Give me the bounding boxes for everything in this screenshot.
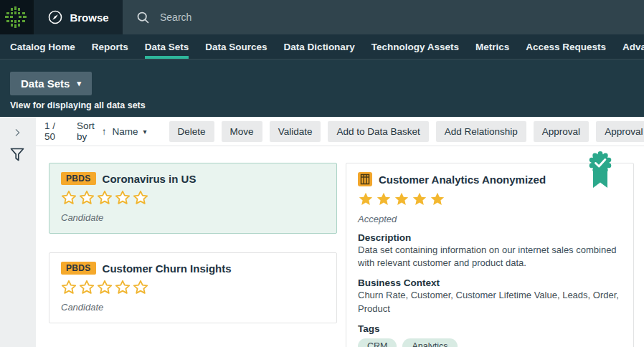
description-section: Description Data set containing informat… xyxy=(358,232,622,270)
rating-stars[interactable] xyxy=(61,280,325,295)
data-set-icon xyxy=(358,172,372,186)
status-label: Candidate xyxy=(61,212,325,223)
dataset-card-coronavirus[interactable]: PBDS Coronavirus in US Candidate xyxy=(49,163,337,234)
asset-type-badge: PBDS xyxy=(61,262,96,275)
business-context-section: Business Context Churn Rate, Customer, C… xyxy=(358,277,622,315)
results-toolbar: 1 / 50 Sort by ↑ Name ▾ Delete Move Vali… xyxy=(36,117,644,146)
star-icon xyxy=(61,280,77,295)
sort-by-label: Sort by xyxy=(77,120,95,142)
toolbar-buttons: Delete Move Validate Add to Data Basket … xyxy=(169,121,644,142)
star-icon xyxy=(79,280,95,295)
cards-column-left: PBDS Coronavirus in US Candidate PBDS Cu… xyxy=(49,163,337,347)
catalog-nav: Catalog Home Reports Data Sets Data Sour… xyxy=(0,34,644,60)
sort-field-dropdown[interactable]: Name ▾ xyxy=(113,126,147,137)
chevron-down-icon: ▾ xyxy=(143,128,147,136)
dataset-title[interactable]: Coronavirus in US xyxy=(103,173,196,185)
nav-metrics[interactable]: Metrics xyxy=(475,34,509,59)
browse-button[interactable]: Browse xyxy=(34,0,123,34)
logo-icon xyxy=(5,6,27,28)
delete-button[interactable]: Delete xyxy=(169,121,214,142)
star-icon xyxy=(358,191,374,207)
certified-ribbon-icon xyxy=(586,151,615,194)
star-icon xyxy=(412,191,427,207)
nav-catalog-home[interactable]: Catalog Home xyxy=(10,34,75,59)
star-icon xyxy=(376,191,392,207)
nav-data-sets[interactable]: Data Sets xyxy=(145,34,189,59)
star-icon xyxy=(133,190,148,206)
star-icon xyxy=(133,280,148,295)
approval-button-2[interactable]: Approval xyxy=(596,121,644,142)
tag-pill[interactable]: CRM xyxy=(358,338,397,347)
browse-label: Browse xyxy=(70,11,108,24)
compass-icon xyxy=(47,9,63,25)
star-icon xyxy=(115,280,131,295)
search-input[interactable] xyxy=(160,11,447,23)
content-area: 1 / 50 Sort by ↑ Name ▾ Delete Move Vali… xyxy=(0,117,644,347)
main-panel: 1 / 50 Sort by ↑ Name ▾ Delete Move Vali… xyxy=(36,117,644,347)
tags-section: Tags CRM Analytics xyxy=(358,323,622,347)
add-to-data-basket-button[interactable]: Add to Data Basket xyxy=(328,121,428,142)
star-icon xyxy=(79,190,95,206)
star-icon xyxy=(115,190,131,206)
nav-reports[interactable]: Reports xyxy=(92,34,128,59)
status-label: Accepted xyxy=(358,214,622,224)
chevron-down-icon: ▾ xyxy=(77,80,81,87)
view-subtitle: View for displaying all data sets xyxy=(10,100,644,110)
business-context-heading: Business Context xyxy=(358,277,622,288)
star-icon xyxy=(61,190,77,206)
rating-stars[interactable] xyxy=(61,190,325,206)
search-bar[interactable] xyxy=(123,0,644,34)
app-header: Browse xyxy=(0,0,644,34)
star-icon xyxy=(97,280,113,295)
view-header: Data Sets ▾ View for displaying all data… xyxy=(0,60,644,117)
expand-panel-icon[interactable] xyxy=(11,127,23,138)
sort-field-label: Name xyxy=(113,126,138,137)
nav-advance[interactable]: Advance xyxy=(622,34,644,59)
tag-pill[interactable]: Analytics xyxy=(402,338,457,347)
nav-data-dictionary[interactable]: Data Dictionary xyxy=(284,34,355,59)
star-icon xyxy=(97,190,113,206)
star-icon xyxy=(394,191,409,207)
sort-direction-icon[interactable]: ↑ xyxy=(102,126,107,137)
view-selector-label: Data Sets xyxy=(21,77,70,90)
add-relationship-button[interactable]: Add Relationship xyxy=(436,121,526,142)
rating-stars[interactable] xyxy=(358,191,622,207)
nav-access-requests[interactable]: Access Requests xyxy=(526,34,606,59)
approval-button[interactable]: Approval xyxy=(534,121,589,142)
view-selector-button[interactable]: Data Sets ▾ xyxy=(10,72,92,95)
asset-type-badge: PBDS xyxy=(61,172,96,185)
dataset-cards: PBDS Coronavirus in US Candidate PBDS Cu… xyxy=(36,146,644,347)
filter-icon[interactable] xyxy=(9,146,26,164)
status-label: Candidate xyxy=(61,302,325,313)
move-button[interactable]: Move xyxy=(222,121,262,142)
left-rail xyxy=(0,117,36,347)
nav-technology-assets[interactable]: Technology Assets xyxy=(371,34,459,59)
business-context-text: Churn Rate, Customer, Customer Lifetime … xyxy=(358,289,622,315)
dataset-card-customer-churn[interactable]: PBDS Customer Churn Insights Candidate xyxy=(49,252,337,323)
search-icon xyxy=(136,10,151,25)
nav-data-sources[interactable]: Data Sources xyxy=(205,34,267,59)
dataset-title[interactable]: Customer Analytics Anonymized xyxy=(379,174,546,186)
description-text: Data set containing information on our i… xyxy=(358,244,622,270)
pagination: 1 / 50 xyxy=(44,120,55,142)
tags-heading: Tags xyxy=(358,323,622,334)
app-logo[interactable] xyxy=(0,0,32,34)
validate-button[interactable]: Validate xyxy=(270,121,321,142)
cards-column-right: Customer Analytics Anonymized Accepted D… xyxy=(346,163,634,347)
dataset-title[interactable]: Customer Churn Insights xyxy=(103,262,232,275)
dataset-card-customer-analytics[interactable]: Customer Analytics Anonymized Accepted D… xyxy=(346,163,634,347)
star-icon xyxy=(430,191,445,207)
description-heading: Description xyxy=(358,232,622,243)
